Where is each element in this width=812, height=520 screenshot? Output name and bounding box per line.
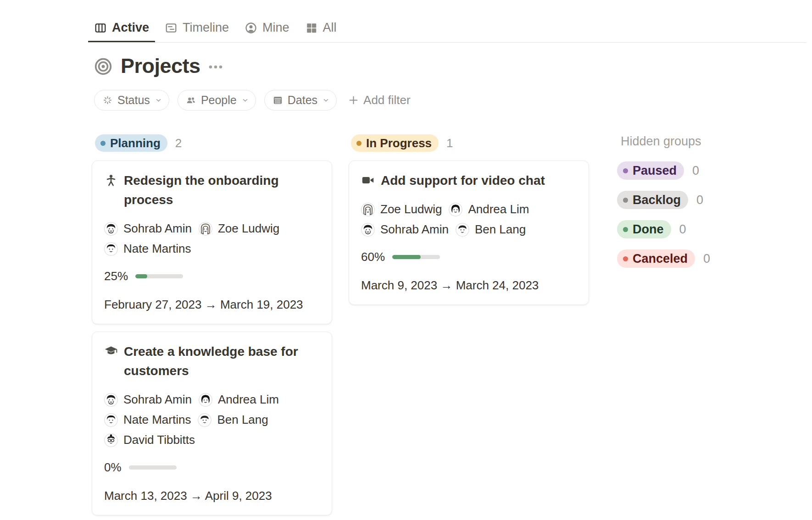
person-chip: Andrea Lim: [199, 393, 279, 407]
add-filter-label: Add filter: [363, 93, 411, 107]
person-name: Andrea Lim: [468, 202, 529, 216]
graduation-cap-icon: [104, 344, 118, 358]
person-chip: Ben Lang: [198, 413, 268, 427]
group-count: 0: [703, 252, 710, 266]
board-column-planning: Redesign the onboarding process Sohrab A…: [92, 160, 332, 515]
progress-row: 60%: [361, 250, 578, 264]
card-knowledge-base[interactable]: Create a knowledge base for customers So…: [92, 332, 332, 515]
status-dot: [356, 141, 362, 146]
card-head: Add support for video chat: [361, 171, 578, 190]
status-dot: [623, 227, 628, 232]
plus-icon: [348, 94, 359, 106]
status-pill-planning[interactable]: Planning: [95, 134, 167, 152]
card-title[interactable]: Create a knowledge base for customers: [124, 342, 307, 381]
hidden-group-paused: Paused 0: [617, 161, 755, 180]
target-icon[interactable]: [94, 57, 112, 76]
chevron-down-icon: [241, 96, 250, 105]
avatar-zoe-ludwig: [361, 203, 375, 216]
tab-label: Mine: [262, 21, 289, 35]
filter-people[interactable]: People: [178, 90, 256, 111]
status-pill-backlog[interactable]: Backlog: [617, 191, 688, 209]
person-chip: Nate Martins: [104, 413, 191, 427]
status-label: Planning: [110, 136, 161, 150]
tab-active[interactable]: Active: [88, 13, 155, 43]
video-camera-icon: [361, 173, 375, 187]
avatar-andrea-lim: [199, 393, 212, 407]
date-range: February 27, 2023 → March 19, 2023: [104, 298, 321, 312]
progress-row: 0%: [104, 460, 321, 475]
progress-fill: [135, 274, 147, 278]
card-video-chat[interactable]: Add support for video chat Zoe Ludwig An…: [349, 160, 589, 305]
status-label: In Progress: [366, 136, 432, 150]
person-chip: Zoe Ludwig: [199, 221, 279, 236]
hidden-group-done: Done 0: [617, 220, 755, 238]
grid-icon: [305, 22, 318, 34]
status-pill-in-progress[interactable]: In Progress: [351, 134, 439, 152]
person-name: Zoe Ludwig: [218, 221, 279, 236]
hidden-groups-section: Hidden groups Paused 0 Backlog 0 Done 0: [617, 134, 755, 268]
person-chip: Nate Martins: [104, 242, 191, 256]
avatar-sohrab-amin: [104, 393, 118, 407]
filter-bar: Status People Dates Add filter: [94, 90, 411, 111]
progress-fill: [392, 255, 421, 259]
hidden-groups-title: Hidden groups: [621, 134, 755, 149]
filter-dates[interactable]: Dates: [264, 90, 337, 111]
person-name: Sohrab Amin: [123, 393, 192, 407]
chevron-down-icon: [322, 96, 330, 105]
avatar-ben-lang: [198, 413, 211, 427]
column-count: 1: [446, 136, 453, 150]
avatar-sohrab-amin: [104, 222, 118, 236]
person-chip: Sohrab Amin: [104, 221, 192, 236]
avatar-sohrab-amin: [361, 223, 375, 237]
tab-mine[interactable]: Mine: [239, 13, 295, 43]
person-chip: Andrea Lim: [449, 202, 529, 216]
person-name: Ben Lang: [475, 222, 526, 237]
tab-label: Timeline: [183, 21, 229, 35]
status-dot: [623, 198, 628, 203]
status-pill-canceled[interactable]: Canceled: [617, 249, 695, 268]
hidden-group-backlog: Backlog 0: [617, 191, 755, 209]
filter-status[interactable]: Status: [94, 90, 169, 111]
status-dot: [623, 168, 628, 173]
progress-row: 25%: [104, 269, 321, 283]
status-label: Canceled: [633, 252, 688, 266]
page-header: Projects: [94, 51, 223, 81]
card-redesign-onboarding[interactable]: Redesign the onboarding process Sohrab A…: [92, 160, 332, 324]
card-title[interactable]: Add support for video chat: [381, 171, 545, 190]
hidden-groups-list: Paused 0 Backlog 0 Done 0 Canceled 0: [617, 161, 755, 268]
person-name: Ben Lang: [217, 413, 268, 427]
status-label: Backlog: [633, 193, 681, 207]
avatar-zoe-ludwig: [199, 222, 212, 236]
add-filter-button[interactable]: Add filter: [348, 93, 411, 107]
status-pill-paused[interactable]: Paused: [617, 161, 684, 180]
person-chip: Ben Lang: [456, 222, 526, 237]
filter-label: Dates: [288, 94, 317, 107]
progress-label: 60%: [361, 250, 385, 264]
people-icon: [185, 94, 197, 106]
progress-label: 25%: [104, 269, 128, 283]
page-title[interactable]: Projects: [121, 51, 200, 81]
tab-timeline[interactable]: Timeline: [159, 13, 235, 43]
status-pill-done[interactable]: Done: [617, 220, 671, 238]
card-people: Sohrab Amin Zoe Ludwig Nate Martins: [104, 221, 321, 256]
avatar-ben-lang: [456, 223, 469, 237]
person-name: Nate Martins: [123, 413, 191, 427]
card-head: Create a knowledge base for customers: [104, 342, 321, 381]
person-circle-icon: [245, 22, 257, 34]
card-title[interactable]: Redesign the onboarding process: [124, 171, 307, 210]
avatar-nate-martins: [104, 242, 118, 256]
status-dot: [623, 256, 628, 261]
person-chip: David Tibbitts: [104, 433, 195, 447]
chevron-down-icon: [154, 96, 163, 105]
column-count: 2: [175, 136, 182, 150]
progress-bar: [392, 255, 440, 259]
status-icon: [102, 94, 113, 106]
group-count: 0: [679, 222, 686, 237]
card-head: Redesign the onboarding process: [104, 171, 321, 210]
progress-bar: [129, 465, 177, 470]
timeline-icon: [165, 22, 178, 34]
person-chip: Zoe Ludwig: [361, 202, 442, 216]
progress-label: 0%: [104, 460, 122, 475]
tab-all[interactable]: All: [299, 13, 343, 43]
more-menu-icon[interactable]: [208, 60, 223, 74]
